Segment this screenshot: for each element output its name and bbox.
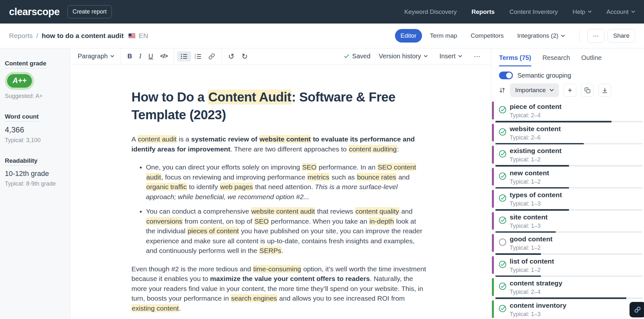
nav-item-keyword-discovery[interactable]: Keyword Discovery: [404, 8, 457, 15]
term-typical-range: Typical: 1–2: [510, 267, 541, 274]
undo-button[interactable]: ↺: [225, 51, 238, 62]
toolbar-separator: [174, 48, 174, 64]
create-report-button[interactable]: Create report: [67, 5, 112, 18]
primary-nav: Keyword DiscoveryReportsContent Inventor…: [404, 8, 635, 15]
term-row-content-strategy[interactable]: content strategyTypical: 2–4: [491, 277, 644, 299]
term-name: existing content: [510, 147, 562, 155]
term-typical-range: Typical: 1–2: [510, 156, 541, 163]
link-button[interactable]: [205, 51, 218, 62]
semantic-grouping-label: Semantic grouping: [517, 72, 571, 79]
more-options-button[interactable]: ⋯: [587, 29, 604, 43]
view-button-label: Integrations (2): [517, 32, 559, 39]
add-term-button[interactable]: +: [563, 84, 576, 97]
view-button-competitors[interactable]: Competitors: [465, 29, 509, 43]
insert-dropdown[interactable]: Insert: [436, 50, 466, 62]
us-flag-icon: [129, 34, 135, 38]
word-count-section: Word count 4,366 Typical: 3,100: [5, 113, 67, 144]
nav-item-content-inventory[interactable]: Content Inventory: [509, 8, 558, 15]
nav-item-account[interactable]: Account: [606, 8, 635, 15]
svg-text:3: 3: [195, 57, 196, 59]
download-terms-button[interactable]: [598, 84, 611, 97]
code-button[interactable]: </>: [157, 51, 171, 62]
breadcrumb-separator: /: [36, 32, 38, 40]
breadcrumb-reports-link[interactable]: Reports: [9, 32, 33, 40]
toolbar-more-button[interactable]: ⋯: [470, 50, 484, 63]
report-actions: EditorTerm mapCompetitorsIntegrations (2…: [395, 29, 635, 43]
text-segment: that need attention.: [253, 183, 315, 190]
chevron-down-icon: [561, 35, 565, 37]
term-group-bar: [492, 124, 494, 142]
circle-check-icon: [498, 128, 507, 136]
ordered-list-button[interactable]: 1 2 3: [191, 51, 205, 62]
term-complete-icon: [498, 260, 507, 269]
nav-item-reports[interactable]: Reports: [471, 8, 495, 15]
term-row-list-of-content[interactable]: list of contentTypical: 1–2: [491, 255, 644, 277]
ordered-list-icon: 1 2 3: [195, 53, 201, 59]
browser-extension-badge[interactable]: [630, 302, 644, 317]
nav-item-help[interactable]: Help: [572, 8, 591, 15]
term-row-piece-of-content[interactable]: piece of contentTypical: 2–4: [491, 100, 644, 122]
view-button-label: Editor: [400, 32, 417, 39]
view-button-integrations-2[interactable]: Integrations (2): [512, 29, 571, 43]
highlighted-term: web pages: [220, 183, 253, 191]
text-segment: .: [282, 247, 284, 254]
view-button-editor[interactable]: Editor: [395, 29, 422, 43]
semantic-grouping-toggle[interactable]: [499, 72, 513, 79]
highlighted-term: SEO: [254, 217, 269, 225]
highlighted-term: conversions: [146, 217, 183, 225]
redo-icon: ↻: [242, 53, 248, 60]
term-row-good-content[interactable]: good contentTypical: 1–2: [491, 233, 644, 255]
text-segment: performance. When you take an: [269, 218, 369, 225]
term-group-bar: [492, 256, 494, 274]
toolbar-separator: [120, 48, 121, 64]
bold-button[interactable]: B: [124, 50, 135, 62]
circle-check-icon: [498, 216, 507, 225]
text-segment: performance. In an: [317, 163, 377, 171]
term-row-content-inventory[interactable]: content inventoryTypical: 1–3: [491, 299, 644, 319]
text-segment: and allows you to see increased ROI from: [277, 295, 405, 302]
nav-item-label: Keyword Discovery: [404, 8, 457, 15]
sort-by-label: Importance: [515, 87, 546, 94]
sort-by-dropdown[interactable]: Importance: [510, 83, 559, 97]
term-row-website-content[interactable]: website contentTypical: 2–6: [491, 122, 644, 145]
underline-button[interactable]: U: [145, 50, 157, 62]
bullet-list-button[interactable]: [177, 51, 191, 62]
term-complete-icon: [498, 194, 507, 202]
tab-terms-75[interactable]: Terms (75): [499, 54, 531, 66]
tab-outline[interactable]: Outline: [581, 54, 601, 66]
report-header-bar: Reports / how to do a content audit EN E…: [0, 24, 644, 48]
editor-toolbar: Paragraph B I U </> 1 2 3: [70, 48, 491, 64]
copy-terms-button[interactable]: [581, 84, 594, 97]
document-body[interactable]: How to Do a Content Audit: Software & Fr…: [131, 88, 427, 313]
circle-check-icon: [498, 282, 507, 291]
italic-button[interactable]: I: [136, 50, 145, 63]
doc-title: How to Do a Content Audit: Software & Fr…: [131, 88, 427, 124]
view-button-term-map[interactable]: Term map: [425, 29, 463, 43]
term-typical-range: Typical: 1–2: [510, 179, 541, 185]
term-row-types-of-content[interactable]: types of contentTypical: 1–3: [491, 188, 644, 211]
term-row-site-content[interactable]: site contentTypical: 1–3: [491, 211, 644, 233]
term-group-bar: [492, 300, 494, 318]
document-scroll-area[interactable]: How to Do a Content Audit: Software & Fr…: [70, 64, 491, 319]
paragraph-style-dropdown[interactable]: Paragraph: [74, 50, 118, 62]
term-name: good content: [510, 235, 553, 243]
tab-research[interactable]: Research: [543, 54, 570, 66]
suggested-grade: Suggested: A+: [5, 93, 67, 100]
term-group-bar: [492, 212, 494, 230]
term-row-existing-content[interactable]: existing contentTypical: 1–2: [491, 144, 644, 167]
version-history-dropdown[interactable]: Version history: [375, 50, 431, 62]
share-button[interactable]: Share: [608, 29, 635, 43]
text-segment: Even though #2 is the more tedious and: [131, 265, 253, 273]
term-name: content inventory: [510, 302, 566, 309]
term-row-new-content[interactable]: new contentTypical: 1–2: [491, 167, 644, 189]
highlighted-term: bounce rates: [357, 173, 396, 181]
highlighted-term: content auditing: [349, 145, 397, 153]
redo-button[interactable]: ↻: [238, 51, 251, 62]
chevron-down-icon: [111, 55, 114, 57]
term-group-bar: [492, 168, 494, 186]
view-button-label: Term map: [430, 32, 457, 39]
highlighted-term: existing content: [131, 304, 179, 312]
paragraph-style-label: Paragraph: [78, 53, 108, 60]
circle-empty-icon: [498, 238, 507, 247]
word-count-typical: Typical: 3,100: [5, 137, 67, 144]
